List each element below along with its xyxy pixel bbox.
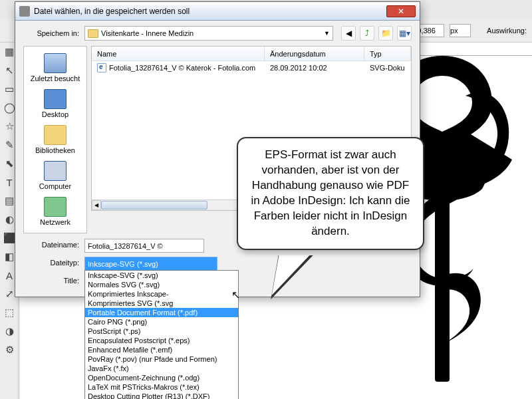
filetype-option[interactable]: OpenDocument-Zeichnung (*.odg) <box>85 373 238 382</box>
place-recent[interactable]: Zuletzt besucht <box>24 51 86 85</box>
coord-unit[interactable] <box>450 24 471 37</box>
place-label: Zuletzt besucht <box>31 74 80 82</box>
save-in-label: Speichem in: <box>23 29 79 37</box>
place-label: Computer <box>39 182 71 190</box>
filetype-option[interactable]: Komprimiertes SVG (*.svg <box>85 299 238 308</box>
save-in-value: Visitenkarte - Innere Medizin <box>101 29 194 37</box>
filename-input[interactable] <box>84 239 204 253</box>
file-date: 28.09.2012 10:02 <box>265 64 364 72</box>
place-net[interactable]: Netzwerk <box>24 194 86 229</box>
col-name[interactable]: Name <box>92 47 265 61</box>
place-icon <box>44 197 66 217</box>
effect-label: Auswirkung: <box>487 27 527 35</box>
place-label: Bibliotheken <box>35 146 75 154</box>
place-label: Desktop <box>42 110 68 118</box>
file-type: SVG-Doku <box>364 64 411 72</box>
view-menu-icon[interactable]: ▦▾ <box>397 26 412 41</box>
place-pc[interactable]: Computer <box>24 158 86 193</box>
place-icon <box>44 53 66 73</box>
filetype-option[interactable]: Cairo PNG (*.png) <box>85 317 238 327</box>
tool-button[interactable]: ◑ <box>1 323 18 340</box>
dialog-titlebar[interactable]: Datei wählen, in die gespeichert werden … <box>15 2 420 21</box>
tool-button[interactable]: ⬚ <box>1 304 18 321</box>
filetype-combo[interactable]: Inkscape-SVG (*.svg) Inkscape-SVG (*.svg… <box>84 257 217 271</box>
filetype-option[interactable]: Normales SVG (*.svg) <box>85 280 238 289</box>
close-button[interactable]: ✕ <box>386 5 416 17</box>
scroll-left-icon[interactable]: ◀ <box>92 200 101 210</box>
place-icon <box>44 161 66 181</box>
tool-button[interactable]: ⚙ <box>1 341 18 358</box>
scroll-thumb[interactable] <box>101 201 207 209</box>
filetype-option[interactable]: Komprimiertes Inkscape- <box>85 289 238 299</box>
filetype-option[interactable]: Enhanced Metafile (*.emf) <box>85 345 238 354</box>
col-type[interactable]: Typ <box>364 47 411 61</box>
filetype-option[interactable]: PostScript (*.ps) <box>85 327 238 336</box>
title-label: Title: <box>23 275 79 285</box>
filetype-option[interactable]: Portable Document Format (*.pdf) <box>85 308 238 317</box>
svg-point-1 <box>477 102 491 113</box>
places-bar: Zuletzt besuchtDesktopBibliothekenComput… <box>23 46 87 233</box>
dialog-icon <box>19 6 30 17</box>
place-label: Netzwerk <box>40 218 70 226</box>
save-in-row: Speichem in: Visitenkarte - Innere Mediz… <box>15 21 420 46</box>
col-date[interactable]: Änderungsdatum <box>265 47 364 61</box>
up-icon[interactable]: ⤴ <box>360 26 374 41</box>
filetype-selected: Inkscape-SVG (*.svg) <box>85 257 217 270</box>
filetype-dropdown[interactable]: Inkscape-SVG (*.svg)Normales SVG (*.svg)… <box>84 270 239 399</box>
file-row[interactable]: Fotolia_13287614_V © Katerok - Fotolia.c… <box>92 61 411 74</box>
file-icon <box>97 63 106 72</box>
cursor-icon: ↖ <box>231 289 240 301</box>
dialog-title: Datei wählen, in die gespeichert werden … <box>34 7 382 16</box>
filename-label: Dateiname: <box>23 239 79 249</box>
filetype-option[interactable]: LaTeX mit PSTricks-Makros (*.tex) <box>85 382 238 392</box>
filetype-option[interactable]: Desktop Cutting Plotter (R13) (*.DXF) <box>85 392 238 399</box>
back-icon[interactable]: ◀ <box>341 26 356 41</box>
speech-text: EPS-Format ist zwar auch vorhanden, aber… <box>251 148 410 237</box>
folder-icon <box>88 29 98 38</box>
file-name: Fotolia_13287614_V © Katerok - Fotolia.c… <box>109 64 255 72</box>
filetype-label: Dateityp: <box>23 257 79 267</box>
place-desktop[interactable]: Desktop <box>24 86 86 121</box>
filetype-option[interactable]: PovRay (*.pov) (nur Pfade und Formen) <box>85 354 238 364</box>
nav-icons: ◀ ⤴ 📁 ▦▾ <box>341 26 412 41</box>
save-in-combo[interactable]: Visitenkarte - Innere Medizin ▼ <box>84 26 333 41</box>
place-icon <box>44 125 66 145</box>
speech-bubble: EPS-Format ist zwar auch vorhanden, aber… <box>237 137 424 250</box>
filetype-option[interactable]: JavaFx (*.fx) <box>85 364 238 373</box>
chevron-down-icon: ▼ <box>324 30 330 37</box>
new-folder-icon[interactable]: 📁 <box>378 26 393 41</box>
place-lib[interactable]: Bibliotheken <box>24 122 86 157</box>
file-list-header[interactable]: Name Änderungsdatum Typ <box>92 47 411 61</box>
filetype-option[interactable]: Inkscape-SVG (*.svg) <box>85 271 238 280</box>
place-icon <box>44 89 66 109</box>
filetype-option[interactable]: Encapsulated Postscript (*.eps) <box>85 336 238 345</box>
